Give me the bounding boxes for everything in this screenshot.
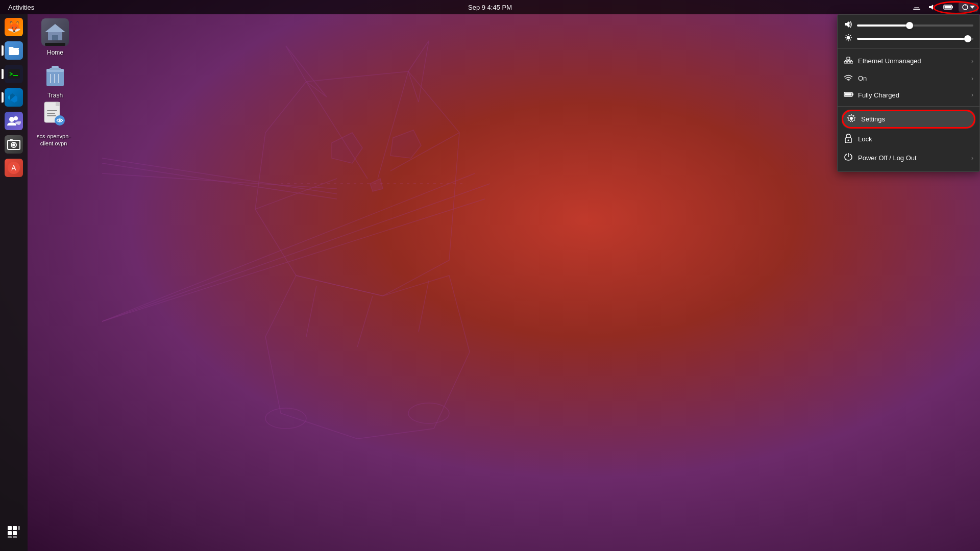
- svg-line-18: [306, 286, 316, 337]
- popup-item-power[interactable]: Power Off / Log Out ›: [838, 148, 979, 167]
- dock-item-show-apps[interactable]: [3, 521, 24, 543]
- svg-point-74: [847, 36, 850, 40]
- svg-line-11: [102, 199, 485, 321]
- svg-rect-34: [8, 69, 20, 79]
- vscode-icon: [5, 88, 23, 107]
- svg-rect-49: [18, 526, 20, 530]
- svg-rect-27: [952, 6, 953, 8]
- svg-line-8: [102, 163, 337, 199]
- svg-rect-47: [8, 526, 12, 530]
- svg-line-14: [378, 71, 408, 179]
- brightness-slider-icon: [844, 34, 853, 43]
- svg-marker-25: [929, 5, 933, 10]
- settings-icon: [847, 114, 856, 124]
- dock-item-teams[interactable]: [3, 110, 24, 132]
- brightness-slider[interactable]: [857, 38, 973, 40]
- wifi-label: On: [858, 74, 966, 82]
- popup-item-wifi[interactable]: On ›: [838, 70, 979, 87]
- firefox-icon: 🦊: [5, 18, 23, 36]
- popup-item-settings[interactable]: Settings: [842, 110, 975, 129]
- svg-marker-38: [8, 95, 10, 100]
- software-icon: A: [5, 159, 23, 177]
- svg-rect-33: [9, 49, 19, 55]
- svg-rect-68: [47, 110, 57, 111]
- svg-line-79: [846, 35, 847, 36]
- svg-rect-67: [56, 102, 60, 106]
- popup-item-lock[interactable]: Lock: [838, 130, 979, 148]
- dock-item-software[interactable]: A: [3, 157, 24, 179]
- svg-marker-73: [845, 21, 849, 28]
- svg-rect-85: [844, 61, 847, 63]
- system-popup-menu: Ethernet Unmanaged › On ›: [837, 14, 980, 172]
- dock-item-screenshot[interactable]: [3, 134, 24, 155]
- battery-icon[interactable]: [941, 3, 955, 12]
- battery-label: Fully Charged: [858, 91, 966, 99]
- volume-icon[interactable]: [926, 3, 938, 12]
- desktop: Activities Sep 9 4:45 PM: [0, 0, 980, 551]
- battery-popup-icon: [844, 91, 853, 99]
- desktop-icon-vpn[interactable]: scs-openvpn-client.ovpn: [33, 102, 74, 148]
- svg-marker-2: [408, 41, 429, 102]
- power-label: Power Off / Log Out: [858, 154, 966, 162]
- home-folder-icon: [41, 18, 69, 46]
- dock: 🦊: [0, 14, 28, 551]
- svg-point-21: [265, 408, 306, 429]
- svg-marker-3: [332, 133, 362, 163]
- power-arrow: ›: [971, 155, 973, 162]
- popup-item-battery[interactable]: Fully Charged ›: [838, 87, 979, 103]
- svg-marker-12: [265, 276, 470, 439]
- dock-item-terminal[interactable]: [3, 63, 24, 85]
- svg-rect-87: [850, 61, 853, 63]
- teams-icon: [5, 112, 23, 130]
- svg-rect-53: [13, 536, 17, 538]
- trash-folder-icon: [41, 61, 69, 89]
- network-icon[interactable]: [911, 3, 923, 12]
- popup-item-ethernet[interactable]: Ethernet Unmanaged ›: [838, 52, 979, 70]
- svg-rect-94: [852, 93, 853, 95]
- svg-point-98: [848, 140, 849, 141]
- volume-slider[interactable]: [857, 24, 973, 27]
- svg-rect-24: [914, 7, 919, 8]
- wifi-icon: [844, 74, 853, 83]
- popup-separator-1: [838, 48, 979, 49]
- dock-item-files[interactable]: [3, 40, 24, 61]
- vpn-file-icon: [42, 101, 65, 131]
- svg-line-19: [357, 296, 373, 347]
- dock-item-firefox[interactable]: 🦊: [3, 16, 24, 38]
- dock-item-vscode[interactable]: [3, 87, 24, 108]
- files-icon: [5, 41, 23, 60]
- svg-line-20: [419, 281, 429, 332]
- svg-rect-50: [8, 531, 12, 535]
- volume-slider-fill: [857, 24, 910, 27]
- svg-rect-23: [913, 9, 920, 10]
- svg-rect-42: [10, 139, 13, 141]
- svg-marker-1: [286, 46, 327, 97]
- svg-point-72: [59, 119, 61, 121]
- system-menu-button[interactable]: [959, 3, 978, 12]
- volume-slider-thumb: [906, 22, 913, 29]
- home-icon-label: Home: [45, 48, 65, 58]
- topbar-right: [911, 3, 980, 12]
- svg-rect-86: [847, 61, 850, 63]
- battery-arrow: ›: [971, 91, 973, 98]
- svg-rect-60: [50, 68, 61, 70]
- svg-point-22: [408, 403, 449, 423]
- ethernet-arrow: ›: [971, 58, 973, 65]
- svg-marker-32: [970, 6, 975, 9]
- activities-button[interactable]: Activities: [4, 4, 38, 11]
- svg-rect-51: [13, 531, 17, 535]
- active-indicator: [2, 92, 4, 103]
- desktop-icon-trash[interactable]: Trash: [35, 61, 76, 101]
- svg-marker-56: [45, 24, 65, 32]
- datetime-label: Sep 9 4:45 PM: [468, 4, 512, 11]
- brightness-slider-row: [838, 32, 979, 45]
- popup-separator-2: [838, 106, 979, 107]
- svg-rect-28: [945, 6, 951, 9]
- svg-rect-95: [845, 93, 852, 96]
- active-indicator: [2, 69, 4, 79]
- trash-icon-label: Trash: [45, 91, 65, 101]
- svg-rect-55: [52, 35, 58, 40]
- show-apps-icon: [5, 523, 23, 541]
- power-icon: [844, 153, 853, 163]
- desktop-icon-home[interactable]: Home: [35, 18, 76, 58]
